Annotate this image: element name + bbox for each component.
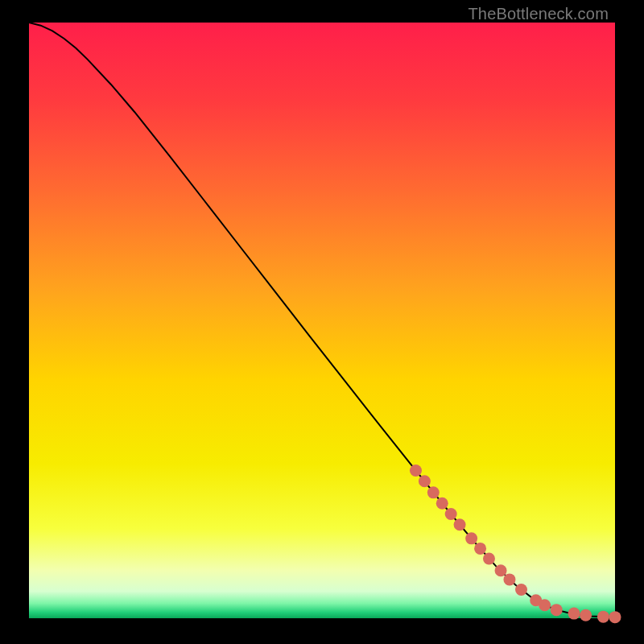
highlight-dot (483, 553, 495, 565)
highlight-dot (427, 486, 440, 498)
highlight-dot (419, 475, 431, 487)
chart-stage: TheBottleneck.com (0, 0, 644, 644)
highlight-dot (580, 609, 592, 621)
highlight-dot (410, 464, 422, 477)
highlight-dot (568, 608, 580, 620)
chart-svg (29, 23, 615, 618)
highlight-dot (539, 599, 551, 611)
highlight-dot (465, 532, 477, 544)
highlight-dot (454, 518, 466, 530)
highlight-dot (609, 611, 621, 623)
highlight-dot (436, 497, 448, 510)
highlight-dot (597, 611, 609, 623)
highlight-dot (503, 573, 515, 585)
plot-area (29, 23, 615, 618)
highlight-dot (495, 564, 507, 576)
highlight-dot (445, 508, 457, 520)
watermark-text: TheBottleneck.com (468, 5, 609, 23)
highlight-dot (474, 543, 486, 555)
highlight-dots-group (410, 464, 621, 623)
highlight-dot (515, 584, 527, 596)
bottleneck-curve (29, 23, 615, 617)
highlight-dot (551, 604, 563, 616)
